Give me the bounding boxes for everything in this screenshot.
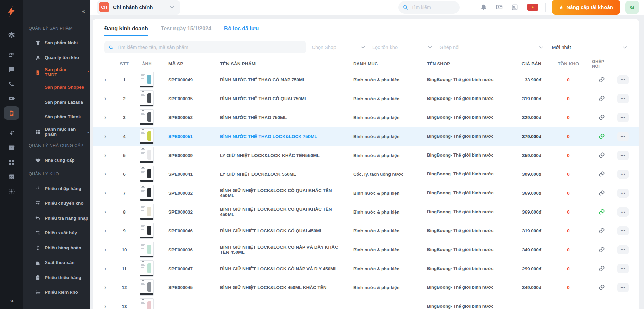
news-icon[interactable]	[511, 4, 518, 11]
row-expander-icon[interactable]: ›	[104, 114, 116, 121]
tab-2[interactable]: Bộ lọc đã lưu	[224, 26, 259, 36]
sidebar-item-13[interactable]: Phiếu trả hàng nhập	[23, 210, 90, 225]
sidebar-item-6[interactable]: Sản phẩm Tiktok	[23, 109, 90, 124]
link-connected-icon[interactable]	[592, 208, 612, 215]
link-icon[interactable]	[592, 246, 612, 253]
row-more-button[interactable]: •••	[617, 245, 629, 254]
sidebar-item-9[interactable]: Nhà cung cấp	[23, 152, 90, 167]
sidebar-item-7[interactable]: Danh mục sản phẩm⌄	[23, 124, 90, 139]
row-expander-icon[interactable]: ›	[104, 227, 116, 234]
table-row[interactable]: ›10SPE000036BÌNH GIỮ NHIỆT LOCK&LOCK CÓ …	[104, 240, 629, 259]
branch-selector[interactable]: CH Chi nhánh chính	[97, 0, 180, 15]
phone-icon[interactable]	[4, 77, 19, 91]
link-icon[interactable]	[592, 190, 612, 196]
shop-filter-dropdown[interactable]: Chọn Shop	[310, 41, 367, 53]
link-connected-icon[interactable]	[592, 133, 612, 140]
table-row[interactable]: ›11SPE000047BÌNH GIỮ NHIỆT LOCK&LOCK CÓ …	[104, 259, 629, 278]
stock-filter-dropdown[interactable]: Lọc tồn kho	[370, 41, 434, 53]
sidebar-collapse-icon[interactable]: «	[82, 8, 84, 15]
link-icon[interactable]	[592, 284, 612, 291]
link-icon[interactable]	[592, 95, 612, 102]
table-row[interactable]: ›5SPE000039LY GIỮ NHIỆT LOCK&LOCK KHẮC T…	[104, 146, 629, 165]
money-icon[interactable]	[4, 92, 19, 105]
store-icon[interactable]	[4, 170, 19, 184]
layers-icon[interactable]	[4, 28, 19, 41]
doc-icon[interactable]	[4, 106, 19, 120]
product-search-input[interactable]: Tìm kiếm theo tên, mã sản phẩm	[104, 41, 306, 53]
table-row[interactable]: ›6SPE000041LY GIỮ NHIỆT LOCK&LOCK 550MLC…	[104, 165, 629, 184]
sidebar-item-label: Sản phẩm Nobi	[45, 40, 78, 45]
sidebar-item-5[interactable]: Sản phẩm Lazada	[23, 94, 90, 109]
tab-0[interactable]: Đang kinh doanh	[104, 26, 148, 36]
sidebar-item-14[interactable]: Phiếu xuất hủy	[23, 225, 90, 240]
vietnam-flag-icon[interactable]: ★	[527, 4, 538, 11]
row-more-button[interactable]: •••	[617, 264, 629, 273]
bolt-icon[interactable]	[4, 127, 19, 140]
row-expander-icon[interactable]: ›	[104, 95, 116, 102]
product-price: 349.000đ	[499, 285, 545, 290]
row-more-button[interactable]: •••	[617, 94, 629, 103]
user-avatar[interactable]: G	[625, 1, 639, 14]
sidebar-item-11[interactable]: Phiếu nhập hàng	[23, 181, 90, 196]
chat-icon[interactable]	[4, 63, 19, 76]
rail-expand-icon[interactable]: »	[0, 297, 23, 304]
link-icon[interactable]	[592, 265, 612, 272]
row-more-button[interactable]: •••	[617, 207, 629, 217]
row-expander-icon[interactable]: ›	[104, 133, 116, 140]
table-row[interactable]: ›7SPE000032BÌNH GIỮ NHIỆT LOCK&LOCK CÓ Q…	[104, 184, 629, 202]
table-row[interactable]: ›8SPE000032BÌNH GIỮ NHIỆT LOCK&LOCK CÓ Q…	[104, 202, 629, 221]
sort-dropdown[interactable]: Mới nhất	[550, 41, 629, 53]
row-expander-icon[interactable]: ›	[104, 284, 116, 291]
sidebar-item-18[interactable]: Phiếu kiểm kho	[23, 285, 90, 300]
table-row[interactable]: ›9SPE000046BÌNH GIỮ NHIỆT LOCK&LOCK CÓ Q…	[104, 221, 629, 240]
table-row[interactable]: ›12SPE000045BÌNH GIỮ NHIỆT LOCK&LOCK 450…	[104, 278, 629, 297]
row-expander-icon[interactable]: ›	[104, 303, 116, 309]
sidebar-item-2[interactable]: Quản lý tồn kho	[23, 50, 90, 65]
screen-share-icon[interactable]	[495, 4, 503, 11]
link-icon[interactable]	[592, 76, 612, 83]
link-icon[interactable]	[592, 152, 612, 159]
row-expander-icon[interactable]: ›	[104, 265, 116, 272]
table-row[interactable]: ›2SPE000035BÌNH NƯỚC THỂ THAO CÓ QUAI 75…	[104, 89, 629, 108]
row-more-button[interactable]: •••	[617, 113, 629, 122]
link-icon[interactable]	[592, 227, 612, 234]
sidebar-item-3[interactable]: Sản phẩm TMĐT⌃	[23, 65, 90, 80]
sidebar-item-17[interactable]: Phiếu thiếu hàng	[23, 270, 90, 285]
row-more-button[interactable]: •••	[617, 132, 629, 141]
row-expander-icon[interactable]: ›	[104, 152, 116, 159]
table-row[interactable]: ›13BingBoong- Thế giới bình nước	[104, 297, 629, 309]
archive-icon[interactable]	[4, 141, 19, 154]
row-expander-icon[interactable]: ›	[104, 190, 116, 196]
row-expander-icon[interactable]: ›	[104, 208, 116, 215]
sidebar-item-4[interactable]: Sản phẩm Shopee	[23, 80, 90, 94]
sidebar-item-1[interactable]: Sản phẩm Nobi	[23, 35, 90, 50]
table-row[interactable]: ›3SPE000052BÌNH NƯỚC THỂ THAO 750MLBình …	[104, 108, 629, 127]
row-more-button[interactable]: •••	[617, 151, 629, 160]
notifications-bell-icon[interactable]	[480, 4, 487, 11]
sidebar-item-12[interactable]: Phiếu chuyển kho	[23, 196, 90, 210]
global-search-input[interactable]: Tìm kiếm	[398, 1, 460, 14]
app-window: » « QUẢN LÝ SẢN PHẨMSản phẩm NobiQuản lý…	[0, 0, 644, 309]
row-more-button[interactable]: •••	[617, 75, 629, 84]
row-expander-icon[interactable]: ›	[104, 246, 116, 253]
upgrade-account-button[interactable]: ★ Nâng cấp tài khoản	[552, 0, 620, 15]
row-more-button[interactable]: •••	[617, 189, 629, 198]
app-logo-bolt-icon[interactable]	[4, 4, 19, 19]
grid2-icon[interactable]	[4, 156, 19, 169]
link-icon[interactable]	[592, 171, 612, 177]
row-more-button[interactable]: •••	[617, 170, 629, 179]
tab-1[interactable]: Test ngày 15/1/2024	[161, 26, 211, 36]
table-row[interactable]: ›1SPE000049BÌNH NƯỚC THỂ THAO CÓ NẮP 750…	[104, 70, 629, 89]
sidebar-item-16[interactable]: Xuất theo sàn	[23, 255, 90, 270]
row-more-button[interactable]: •••	[617, 283, 629, 292]
product-thumbnail	[140, 298, 154, 309]
link-icon[interactable]	[592, 114, 612, 121]
gear-icon[interactable]	[4, 185, 19, 198]
table-row[interactable]: ›4SPE000051BÌNH NƯỚC THỂ THAO LOCK&LOCK …	[93, 127, 639, 146]
users-icon[interactable]	[4, 48, 19, 62]
row-expander-icon[interactable]: ›	[104, 76, 116, 83]
sidebar-item-15[interactable]: Phiếu hàng hoàn	[23, 240, 90, 255]
row-more-button[interactable]: •••	[617, 226, 629, 235]
mapping-filter-dropdown[interactable]: Ghép nối	[437, 41, 545, 53]
row-expander-icon[interactable]: ›	[104, 171, 116, 177]
